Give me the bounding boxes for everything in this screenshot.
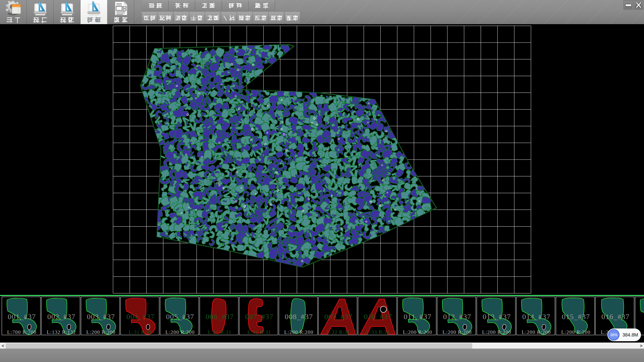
svg-text:L:200 R:200: L:200 R:200 [482, 329, 511, 335]
svg-text:013_#37: 013_#37 [483, 312, 511, 321]
svg-text:012_#37: 012_#37 [443, 312, 471, 321]
svg-text:L:200 R:200: L:200 R:200 [522, 329, 551, 335]
svg-text:009_#37: 009_#37 [324, 312, 353, 321]
svg-text:007_#37: 007_#37 [245, 312, 273, 321]
svg-text:L:200 R:200: L:200 R:200 [403, 329, 432, 335]
svg-text:L:31 R:31: L:31 R:31 [129, 329, 152, 335]
svg-text:L:200 R:200: L:200 R:200 [86, 329, 115, 335]
svg-text:L:132 R:132: L:132 R:132 [47, 329, 76, 335]
svg-text:002_#37: 002_#37 [47, 312, 75, 321]
svg-text:L:200 R:200: L:200 R:200 [561, 329, 590, 335]
svg-text:L:33 R:33: L:33 R:33 [366, 329, 390, 335]
svg-text:005_#37: 005_#37 [166, 312, 194, 321]
svg-text:L:200 R:200: L:200 R:200 [284, 329, 313, 335]
svg-text:L:32 R:31: L:32 R:31 [327, 329, 350, 335]
svg-text:L:200 R:200: L:200 R:200 [442, 329, 472, 335]
svg-text:014_#37: 014_#37 [522, 312, 550, 321]
svg-text:010_#37: 010_#37 [364, 312, 392, 321]
svg-text:L:200 R:200: L:200 R:200 [165, 329, 195, 335]
svg-text:006_#37: 006_#37 [206, 312, 234, 321]
svg-text:008_#37: 008_#37 [285, 312, 313, 321]
svg-text:L:31 R:31: L:31 R:31 [248, 329, 271, 335]
svg-text:L:700 R:700: L:700 R:700 [7, 329, 36, 335]
svg-text:003_#37: 003_#37 [87, 312, 115, 321]
svg-text:004_#37: 004_#37 [126, 312, 155, 321]
svg-text:011_#37: 011_#37 [404, 312, 431, 321]
svg-text:L:21 R:21: L:21 R:21 [208, 329, 231, 335]
svg-text:015_#37: 015_#37 [562, 312, 590, 321]
svg-text:001_#37: 001_#37 [8, 312, 36, 321]
svg-text:016_#37: 016_#37 [601, 312, 630, 321]
